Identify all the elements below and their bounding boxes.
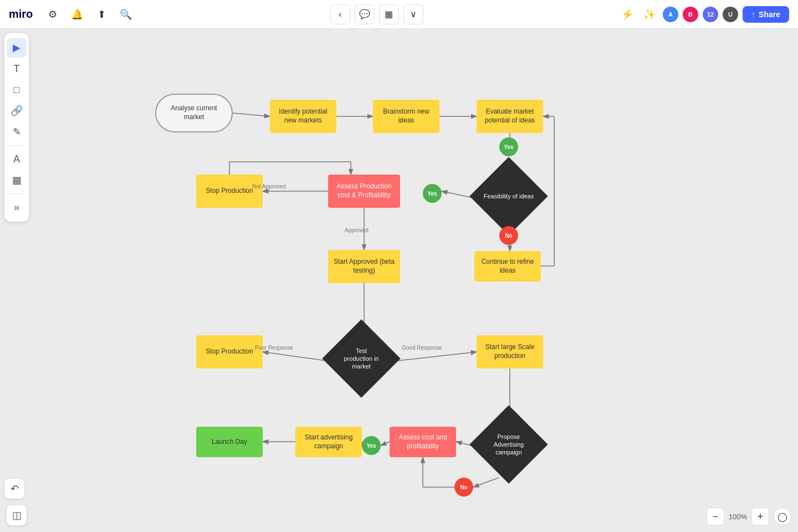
analyse-label: Analyse current market [165, 104, 223, 121]
upload-icon[interactable]: ⬆ [93, 6, 110, 23]
svg-line-20 [473, 478, 499, 487]
stop-production-2[interactable]: Stop Production [196, 335, 263, 369]
bottom-left-toolbar: ◫ [7, 505, 27, 525]
assess-node[interactable]: Assess Production cost & Profitability [328, 175, 400, 208]
propose-label: Propose Advertising campaign [489, 433, 528, 457]
start-large-label: Start large Scale production [481, 343, 539, 360]
start-large-node[interactable]: Start large Scale production [477, 335, 543, 369]
more-tool[interactable]: » [7, 197, 27, 217]
gear-icon[interactable]: ⚙ [44, 6, 62, 23]
undo-button[interactable]: ↶ [4, 479, 24, 499]
toolbar-divider [10, 145, 23, 146]
start-ad-node[interactable]: Start advertising campaign [295, 427, 362, 457]
text-style-tool[interactable]: A [7, 149, 27, 169]
start-ad-label: Start advertising campaign [300, 433, 357, 451]
assess-label: Assess Production cost & Profitability [332, 182, 396, 200]
link-tool[interactable]: 🔗 [7, 101, 27, 121]
arrow-left-icon[interactable]: ‹ [330, 4, 350, 24]
svg-line-13 [263, 352, 331, 361]
launch-node[interactable]: Launch Day [196, 427, 263, 457]
grid-view-button[interactable]: ◫ [7, 505, 27, 525]
test-label: Test production in market [342, 347, 381, 371]
zoom-controls: − 100% + ◯ [707, 508, 791, 525]
bell-icon[interactable]: 🔔 [68, 6, 86, 23]
stop1-label: Stop Production [206, 187, 253, 196]
topbar-right: ⚡ ✨ A B 12 U ↑ Share [618, 6, 789, 23]
beta-node[interactable]: Start Approved (beta testing) [328, 250, 400, 283]
brainstorm-node[interactable]: Brainstorm new ideas [373, 100, 439, 133]
svg-line-14 [392, 352, 477, 361]
evaluate-node[interactable]: Evaluate market potential of ideas [477, 100, 543, 133]
stop2-label: Stop Production [206, 347, 253, 356]
good-response-label: Good Response [402, 345, 442, 351]
assess2-node[interactable]: Assess cost and profitability [390, 427, 456, 457]
identify-label: Identify potential new markets [274, 108, 332, 125]
no-circle-1: No [499, 226, 518, 245]
zoom-in-button[interactable]: + [751, 508, 769, 525]
approved-label: Approved [345, 227, 369, 233]
avatar-user: U [723, 7, 738, 22]
text-tool[interactable]: T [7, 59, 27, 79]
assess2-label: Assess cost and profitability [394, 433, 452, 451]
toolbar-divider-2 [10, 193, 23, 194]
topbar-center: ‹ 💬 ▦ ∨ [141, 4, 612, 24]
cursor-tool[interactable]: ▶ [7, 38, 27, 58]
yes-circle-3: Yes [362, 436, 381, 455]
share-button[interactable]: ↑ Share [743, 6, 789, 23]
share-icon: ↑ [751, 10, 755, 19]
yes-circle-2: Yes [423, 184, 442, 203]
beta-label: Start Approved (beta testing) [332, 258, 396, 275]
pen-tool[interactable]: ✎ [7, 122, 27, 142]
zoom-fit-button[interactable]: ◯ [774, 508, 791, 525]
not-approved-label: Not Approved [252, 183, 286, 190]
identify-node[interactable]: Identify potential new markets [270, 100, 336, 133]
svg-line-17 [381, 442, 390, 446]
zoom-out-button[interactable]: − [707, 508, 724, 525]
left-toolbar: ▶ T □ 🔗 ✎ A ▦ » [4, 33, 29, 222]
refine-label: Continue to refine ideas [479, 258, 536, 275]
miro-logo: miro [9, 8, 33, 21]
share-label: Share [759, 10, 780, 19]
yes-circle-1: Yes [499, 137, 518, 156]
search-icon[interactable]: 🔍 [117, 6, 135, 23]
stop-production-1[interactable]: Stop Production [196, 175, 263, 208]
feasibility-label: Feasibility of ideas [481, 168, 536, 224]
avatar-count: 12 [703, 7, 718, 22]
poor-response-label: Poor Response [255, 345, 293, 351]
topbar: miro ⚙ 🔔 ⬆ 🔍 ‹ 💬 ▦ ∨ ⚡ ✨ A B 12 U ↑ Shar… [0, 0, 798, 29]
svg-line-1 [233, 113, 270, 116]
evaluate-label: Evaluate market potential of ideas [481, 108, 539, 125]
chevron-down-icon[interactable]: ∨ [403, 4, 423, 24]
frame-tool[interactable]: ▦ [7, 170, 27, 190]
brainstorm-label: Brainstorm new ideas [377, 108, 435, 125]
launch-label: Launch Day [212, 438, 247, 447]
refine-node[interactable]: Continue to refine ideas [474, 251, 541, 282]
comment-icon[interactable]: 💬 [355, 4, 375, 24]
grid-icon[interactable]: ▦ [379, 4, 399, 24]
analyse-node[interactable]: Analyse current market [155, 94, 233, 132]
avatar-1: A [663, 7, 678, 22]
avatar-2: B [683, 7, 698, 22]
canvas[interactable]: Analyse current market Identify potentia… [0, 29, 798, 532]
zoom-level: 100% [729, 513, 747, 521]
filter-icon[interactable]: ⚡ [618, 6, 636, 23]
magic-icon[interactable]: ✨ [641, 6, 658, 23]
no-circle-2: No [454, 478, 473, 497]
sticky-tool[interactable]: □ [7, 80, 27, 100]
